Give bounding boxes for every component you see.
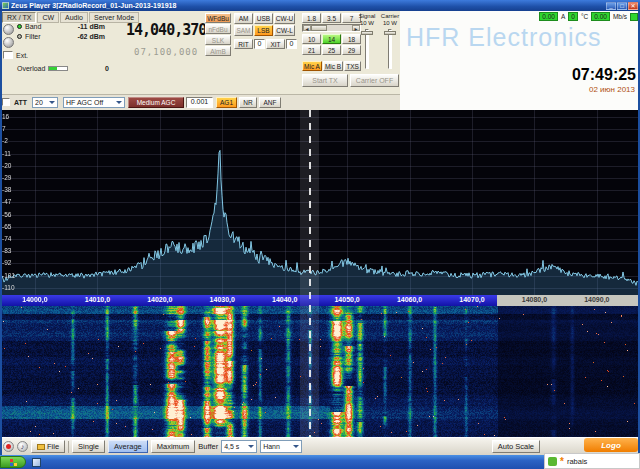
single-button[interactable]: Single (72, 440, 105, 453)
speaker-icon[interactable]: ♪ (17, 441, 28, 452)
carrier-off-button[interactable]: Carrier OFF (350, 74, 399, 87)
waterfall-panel[interactable] (0, 306, 640, 437)
tuning-knob[interactable] (3, 24, 14, 35)
att-select[interactable]: 20 (32, 97, 58, 108)
windows-logo-icon (10, 459, 17, 466)
minimize-button[interactable]: _ (606, 2, 616, 10)
agc-mode-button[interactable]: Medium AGC (128, 97, 184, 108)
band-29[interactable]: 29 (342, 45, 361, 55)
close-button[interactable]: ✕ (628, 2, 638, 10)
tab-cw[interactable]: CW (37, 12, 59, 23)
window-fn-select[interactable]: Hann (260, 440, 302, 453)
freq-label: 14010,0 (85, 296, 110, 303)
clock-time: 07:49:25 (572, 66, 636, 84)
nr-button[interactable]: NR (239, 97, 257, 108)
vfo-b-frequency[interactable]: 07,100,000 (134, 47, 198, 57)
mode-sam[interactable]: SAM (234, 25, 253, 36)
scroll-thumb[interactable] (311, 25, 327, 31)
chevron-down-icon (49, 101, 55, 107)
buffer-value: 4,5 s (224, 443, 246, 450)
ruler-active-band (0, 295, 497, 306)
xit-button[interactable]: XIT (266, 39, 285, 49)
signal-label: Signal (356, 13, 378, 19)
ag1-button[interactable]: AG1 (216, 97, 237, 108)
rit-value[interactable]: 0 (254, 39, 265, 49)
record-icon[interactable] (3, 441, 14, 452)
ad-text: rabais (567, 457, 587, 466)
tab-rx-tx[interactable]: RX / TX (2, 12, 36, 23)
hf-agc-value: HF AGC Off (66, 99, 114, 106)
chevron-down-icon (248, 445, 254, 451)
band-21[interactable]: 21 (302, 45, 321, 55)
mode-lsb[interactable]: LSB (254, 25, 273, 36)
ad-card[interactable]: * rabais (544, 453, 640, 469)
tab-audio[interactable]: Audio (60, 12, 88, 23)
carrier-slider[interactable] (388, 29, 392, 69)
ad-logo[interactable]: Logo (584, 438, 638, 452)
utility-button-4[interactable]: AlmB (205, 46, 231, 56)
mode-usb[interactable]: USB (254, 13, 273, 24)
average-button[interactable]: Average (108, 440, 148, 453)
maximize-button[interactable]: □ (617, 2, 627, 10)
app-icon (2, 2, 9, 9)
signal-value: 10 W (356, 20, 378, 26)
waterfall-canvas[interactable] (0, 306, 640, 437)
utility-button-1[interactable]: WFdBu (205, 13, 231, 23)
band-scrollbar[interactable]: ◄ ► (302, 24, 361, 32)
mode-cwu[interactable]: CW-U (274, 13, 295, 24)
mic-b-button[interactable]: Mic B (323, 61, 343, 71)
link-status-icon (630, 13, 638, 21)
xit-value[interactable]: 0 (286, 39, 297, 49)
rit-button[interactable]: RIT (234, 39, 253, 49)
signal-slider-thumb[interactable] (361, 31, 373, 35)
tuning-line[interactable] (309, 110, 311, 437)
vfo-a-frequency[interactable]: 14,040,370 (126, 21, 206, 39)
auto-scale-button[interactable]: Auto Scale (492, 440, 540, 453)
att-checkbox[interactable] (2, 98, 10, 106)
quicklaunch-icon[interactable] (32, 458, 41, 467)
band-1-8[interactable]: 1.8 (302, 13, 321, 23)
control-panel: RX / TX CW Audio Server Mode Band -11 dB… (0, 11, 640, 110)
frequency-ruler[interactable]: 14000,014010,014020,014030,014040,014050… (0, 295, 640, 306)
current-unit: A (561, 13, 565, 20)
band-10[interactable]: 10 (302, 34, 321, 44)
start-tx-button[interactable]: Start TX (302, 74, 348, 87)
carrier-slider-thumb[interactable] (384, 31, 396, 35)
utility-button-3[interactable]: SLK (205, 35, 231, 45)
overload-bar (48, 66, 68, 71)
freq-label: 14040,0 (272, 296, 297, 303)
band-25[interactable]: 25 (322, 45, 341, 55)
filter-label: Filter (25, 33, 41, 40)
anf-button[interactable]: ANF (259, 97, 281, 108)
agc-value[interactable]: 0.001 (186, 97, 213, 108)
spectrum-panel[interactable] (0, 110, 640, 295)
overload-label: Overload (17, 65, 45, 72)
start-button[interactable] (0, 456, 26, 468)
utility-button-2[interactable]: nFdBu (205, 24, 231, 34)
volume-knob[interactable] (3, 37, 14, 48)
band-18[interactable]: 18 (342, 34, 361, 44)
band-led-icon (17, 24, 22, 29)
file-button[interactable]: File (31, 440, 65, 453)
mode-cwl[interactable]: CW-L (274, 25, 295, 36)
spectrum-canvas[interactable] (0, 110, 640, 295)
band-14[interactable]: 14 (322, 34, 341, 44)
ad-star-icon: * (560, 456, 564, 467)
scroll-left-icon[interactable]: ◄ (303, 25, 311, 31)
mode-am[interactable]: AM (234, 13, 253, 24)
txs-button[interactable]: TXS (344, 61, 361, 71)
buffer-select[interactable]: 4,5 s (221, 440, 257, 453)
clock-date: 02 июн 2013 (589, 85, 635, 94)
freq-label: 14090,0 (584, 296, 609, 303)
titlebar[interactable]: Zeus Player 3[ZRadioRecord_01-Jun-2013-1… (0, 0, 640, 11)
hf-agc-select[interactable]: HF AGC Off (63, 97, 125, 108)
ext-indicator[interactable] (3, 51, 13, 59)
signal-slider[interactable] (365, 29, 369, 69)
temp-value: 0 (568, 12, 578, 21)
mic-a-button[interactable]: Mic A (302, 61, 322, 71)
band-3-5[interactable]: 3.5 (322, 13, 341, 23)
carrier-label: Carrier (379, 13, 401, 19)
folder-icon (37, 444, 45, 450)
chevron-down-icon (116, 101, 122, 107)
maximum-button[interactable]: Maximum (151, 440, 196, 453)
